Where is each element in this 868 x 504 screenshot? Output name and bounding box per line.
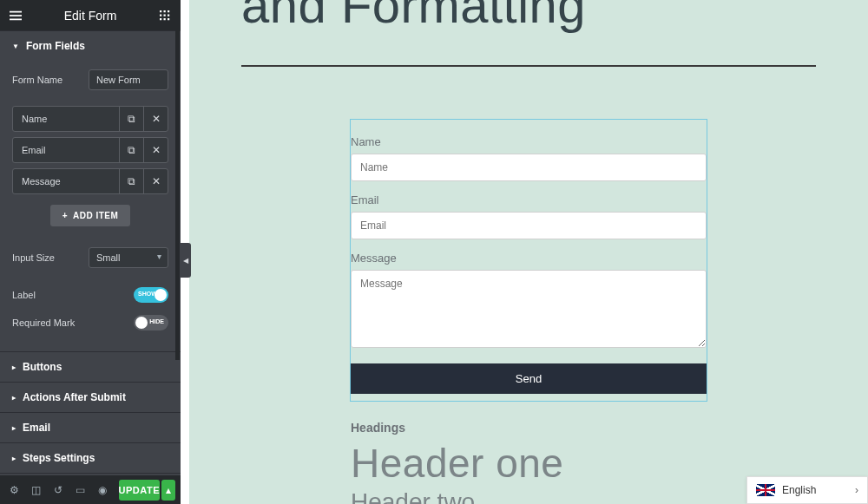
uk-flag-icon: [756, 484, 775, 496]
field-items: Name ⧉ ✕ Email ⧉ ✕ Message ⧉ ✕: [12, 106, 168, 194]
history-icon[interactable]: ↺: [49, 480, 68, 501]
headings-label: Headings: [351, 421, 868, 435]
widgets-icon[interactable]: [158, 9, 172, 23]
duplicate-icon[interactable]: ⧉: [119, 138, 143, 162]
add-item-button[interactable]: + ADD ITEM: [50, 205, 131, 226]
svg-rect-6: [160, 14, 161, 16]
caret-right-icon: ▸: [12, 394, 16, 402]
panel-footer: ⚙ ◫ ↺ ▭ ◉ UPDATE ▴: [0, 475, 181, 504]
input-size-select[interactable]: Small: [89, 247, 168, 268]
svg-rect-8: [168, 14, 169, 16]
section-steps[interactable]: ▸ Steps Settings: [0, 442, 181, 473]
field-item-label: Message: [13, 176, 119, 187]
close-icon[interactable]: ✕: [143, 138, 168, 162]
close-icon[interactable]: ✕: [143, 107, 168, 131]
field-item[interactable]: Message ⧉ ✕: [12, 168, 168, 194]
chevron-right-icon: ›: [855, 484, 858, 496]
field-item-label: Email: [13, 145, 119, 155]
toggle-text: HIDE: [149, 318, 164, 324]
collapse-panel-handle[interactable]: ◀: [181, 243, 191, 278]
section-label: Form Fields: [26, 40, 85, 52]
svg-rect-0: [10, 10, 22, 12]
svg-rect-3: [160, 10, 161, 12]
editor-panel: Edit Form ▼ Form Fields Form Name Name ⧉…: [0, 0, 181, 504]
section-label: Email: [23, 422, 50, 434]
required-toggle[interactable]: HIDE: [134, 315, 168, 331]
panel-body: ▼ Form Fields Form Name Name ⧉ ✕ Email ⧉…: [0, 30, 181, 475]
field-label: Name: [351, 135, 707, 148]
duplicate-icon[interactable]: ⧉: [119, 169, 143, 193]
page-title: and Formatting: [241, 0, 868, 34]
navigator-icon[interactable]: ◫: [27, 480, 45, 501]
svg-rect-4: [164, 10, 166, 12]
form-name-input[interactable]: [89, 69, 168, 90]
label-toggle-label: Label: [12, 290, 36, 300]
name-input[interactable]: [351, 154, 707, 181]
add-item-label: ADD ITEM: [73, 211, 118, 220]
update-caret-icon[interactable]: ▴: [161, 480, 175, 501]
send-button[interactable]: Send: [351, 363, 707, 394]
svg-rect-10: [164, 18, 166, 20]
required-mark-label: Required Mark: [12, 317, 75, 328]
form-fields-content: Form Name Name ⧉ ✕ Email ⧉ ✕ Message ⧉ ✕: [0, 61, 181, 351]
divider: [241, 65, 816, 67]
section-label: Actions After Submit: [23, 391, 126, 403]
svg-rect-1: [10, 15, 22, 16]
preview-icon[interactable]: ◉: [93, 480, 111, 501]
panel-header: Edit Form: [0, 0, 181, 30]
field-item-label: Name: [13, 114, 119, 124]
duplicate-icon[interactable]: ⧉: [119, 107, 143, 131]
panel-title: Edit Form: [23, 9, 158, 23]
caret-right-icon: ▸: [12, 424, 16, 432]
caret-right-icon: ▸: [12, 455, 16, 462]
section-email[interactable]: ▸ Email: [0, 412, 181, 442]
menu-icon[interactable]: [9, 9, 23, 23]
language-label: English: [782, 484, 855, 496]
svg-rect-7: [164, 14, 166, 16]
section-label: Buttons: [23, 361, 62, 373]
svg-rect-2: [10, 18, 22, 20]
update-button[interactable]: UPDATE: [119, 480, 160, 501]
field-item[interactable]: Email ⧉ ✕: [12, 137, 168, 163]
input-size-label: Input Size: [12, 252, 55, 263]
preview-canvas: and Formatting Name Email Message Send H…: [189, 0, 868, 504]
svg-rect-9: [160, 18, 161, 20]
svg-rect-11: [168, 18, 169, 20]
field-label: Email: [351, 193, 707, 206]
field-item[interactable]: Name ⧉ ✕: [12, 106, 168, 132]
email-input[interactable]: [351, 212, 707, 239]
section-label: Steps Settings: [23, 452, 95, 464]
scrollbar[interactable]: [175, 30, 180, 360]
plus-icon: +: [62, 211, 68, 220]
section-actions[interactable]: ▸ Actions After Submit: [0, 382, 181, 412]
svg-rect-5: [168, 10, 169, 12]
section-form-fields[interactable]: ▼ Form Fields: [0, 30, 181, 61]
field-label: Message: [351, 252, 707, 265]
caret-right-icon: ▸: [12, 363, 16, 371]
section-buttons[interactable]: ▸ Buttons: [0, 351, 181, 382]
close-icon[interactable]: ✕: [143, 169, 168, 193]
caret-down-icon: ▼: [12, 43, 19, 50]
form-name-label: Form Name: [12, 75, 62, 85]
responsive-icon[interactable]: ▭: [71, 480, 89, 501]
language-switcher[interactable]: English ›: [746, 476, 868, 504]
message-input[interactable]: [351, 270, 707, 348]
settings-icon[interactable]: ⚙: [5, 480, 23, 501]
label-toggle[interactable]: SHOW: [134, 287, 168, 303]
form-widget[interactable]: Name Email Message Send: [350, 119, 707, 402]
